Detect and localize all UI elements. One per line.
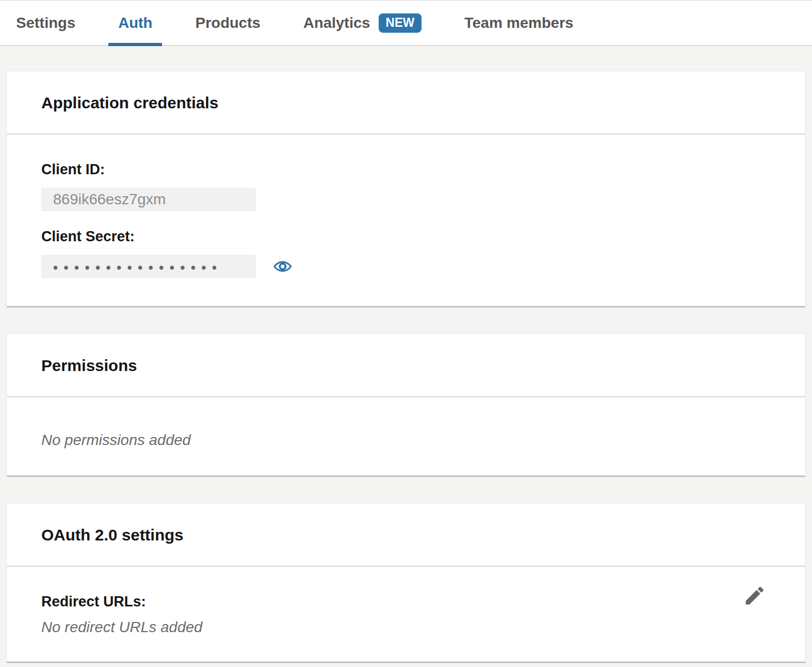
- tab-settings-label: Settings: [16, 14, 75, 32]
- client-secret-label: Client Secret:: [41, 228, 771, 245]
- client-id-label: Client ID:: [41, 161, 771, 178]
- client-id-value[interactable]: 869ik66esz7gxm: [41, 188, 256, 211]
- pencil-icon: [743, 584, 766, 607]
- reveal-secret-button[interactable]: [274, 257, 292, 276]
- tab-products-label: Products: [195, 14, 260, 32]
- no-permissions-text: No permissions added: [41, 432, 771, 449]
- tab-team-members-label: Team members: [464, 14, 573, 32]
- tab-auth[interactable]: Auth: [108, 1, 162, 45]
- oauth-settings-title: OAuth 2.0 settings: [7, 503, 805, 567]
- tab-analytics-label: Analytics: [304, 14, 371, 32]
- application-credentials-body: Client ID: 869ik66esz7gxm Client Secret:…: [7, 135, 805, 306]
- edit-redirect-urls-button[interactable]: [743, 584, 766, 607]
- redirect-urls-label: Redirect URLs:: [41, 594, 771, 610]
- tab-auth-label: Auth: [118, 14, 152, 32]
- permissions-title: Permissions: [7, 334, 805, 397]
- permissions-body: No permissions added: [7, 397, 805, 476]
- client-secret-masked-value[interactable]: ••••••••••••••••: [41, 255, 256, 278]
- eye-icon: [274, 257, 292, 276]
- no-redirect-urls-text: No redirect URLs added: [41, 619, 771, 636]
- oauth-settings-card: OAuth 2.0 settings Redirect URLs: No red…: [6, 503, 806, 663]
- tab-bar: Settings Auth Products Analytics NEW Tea…: [0, 0, 812, 46]
- tab-analytics[interactable]: Analytics NEW: [294, 1, 431, 45]
- tab-team-members[interactable]: Team members: [455, 1, 583, 45]
- permissions-card: Permissions No permissions added: [6, 334, 806, 477]
- oauth-settings-body: Redirect URLs: No redirect URLs added: [7, 567, 805, 662]
- tab-settings[interactable]: Settings: [6, 1, 85, 45]
- application-credentials-card: Application credentials Client ID: 869ik…: [6, 71, 806, 307]
- new-badge: NEW: [379, 13, 422, 33]
- tab-products[interactable]: Products: [186, 1, 270, 45]
- client-secret-row: ••••••••••••••••: [41, 255, 771, 278]
- application-credentials-title: Application credentials: [7, 71, 805, 135]
